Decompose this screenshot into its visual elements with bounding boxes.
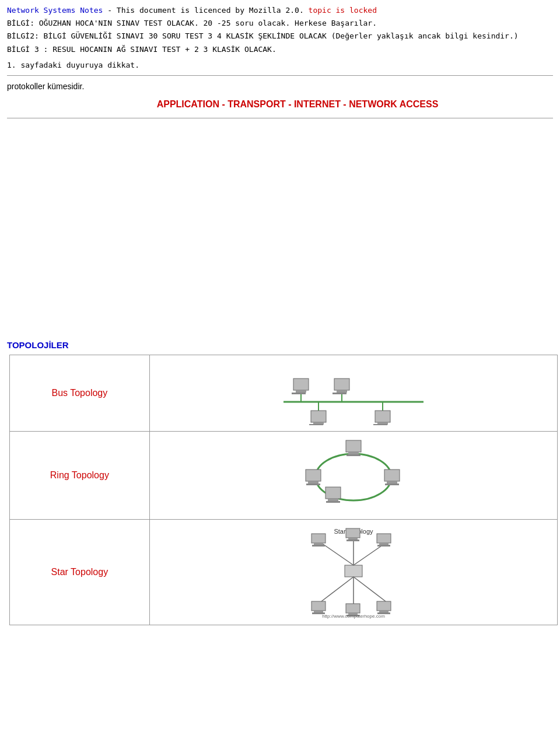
svg-rect-23 xyxy=(385,484,399,485)
svg-rect-16 xyxy=(373,424,387,425)
svg-line-32 xyxy=(321,543,354,565)
table-row: Ring Topology xyxy=(10,431,558,519)
ring-topology-image xyxy=(149,431,557,519)
locked-label: topic is locked xyxy=(309,6,377,15)
svg-rect-41 xyxy=(346,528,360,538)
svg-rect-40 xyxy=(312,545,325,547)
svg-rect-3 xyxy=(296,390,306,393)
application-label: APPLICATION - TRANSPORT - INTERNET - NET… xyxy=(42,99,553,110)
doc-title: Network Systems Notes xyxy=(7,6,103,15)
svg-rect-14 xyxy=(375,411,390,422)
sayfadaki-text: 1. sayfadaki duyuruya dikkat. xyxy=(7,61,553,69)
svg-rect-7 xyxy=(337,390,347,393)
protokoller-label: protokoller kümesidir. xyxy=(7,82,553,91)
svg-rect-31 xyxy=(345,565,362,577)
svg-rect-27 xyxy=(306,470,321,481)
bus-topology-label: Bus Topology xyxy=(10,355,150,431)
svg-rect-8 xyxy=(332,393,346,394)
star-topology-svg: Star Topology xyxy=(289,526,418,619)
svg-rect-47 xyxy=(312,601,326,611)
ring-topology-label: Ring Topology xyxy=(10,431,150,519)
info-line3: BİLGİ 3 : RESUL HOCANIN AĞ SINAVI TEST +… xyxy=(7,44,553,56)
star-topology-label: Star Topology xyxy=(10,519,150,625)
svg-line-37 xyxy=(354,577,386,601)
table-row: Star Topology Star Topology xyxy=(10,519,558,625)
svg-text:http://www.computerhope.com: http://www.computerhope.com xyxy=(322,614,385,619)
svg-rect-10 xyxy=(311,411,326,422)
ring-topology-svg xyxy=(295,437,412,513)
svg-rect-45 xyxy=(379,543,388,545)
svg-rect-25 xyxy=(328,499,338,501)
svg-rect-28 xyxy=(308,481,318,484)
svg-rect-18 xyxy=(346,440,361,452)
svg-rect-6 xyxy=(334,379,349,390)
svg-rect-53 xyxy=(377,601,391,611)
info-line2: BİLGİ2: BİLGİ GÜVENLİĞİ SINAVI 30 SORU T… xyxy=(7,30,553,43)
svg-rect-22 xyxy=(387,481,397,484)
svg-line-35 xyxy=(321,577,354,601)
doc-subtitle: - This document is licenced by Mozilla 2… xyxy=(103,6,308,15)
svg-rect-38 xyxy=(312,534,326,543)
svg-rect-12 xyxy=(309,424,323,425)
blank-area xyxy=(7,124,553,328)
svg-rect-46 xyxy=(377,545,390,547)
svg-rect-21 xyxy=(384,470,400,481)
divider-2 xyxy=(7,118,553,118)
svg-rect-4 xyxy=(292,393,306,394)
svg-rect-26 xyxy=(326,501,340,503)
info-line1: BİLGİ: OĞUZHAN HOCA'NIN SINAV TEST OLACA… xyxy=(7,17,553,30)
svg-rect-54 xyxy=(379,611,388,612)
svg-rect-42 xyxy=(348,538,358,540)
svg-rect-29 xyxy=(306,484,320,485)
svg-rect-24 xyxy=(326,487,341,499)
svg-rect-48 xyxy=(314,611,323,612)
svg-rect-50 xyxy=(346,604,360,613)
svg-rect-43 xyxy=(346,540,359,541)
svg-rect-39 xyxy=(314,543,323,545)
table-row: Bus Topology xyxy=(10,355,558,431)
svg-rect-2 xyxy=(293,379,309,390)
star-topology-image: Star Topology xyxy=(149,519,557,625)
svg-rect-44 xyxy=(377,534,391,543)
divider-1 xyxy=(7,75,553,76)
svg-rect-20 xyxy=(346,454,360,456)
topolojiler-heading: TOPOLOJİLER xyxy=(7,340,553,350)
bus-topology-image xyxy=(149,355,557,431)
bus-topology-svg xyxy=(266,361,441,425)
svg-rect-19 xyxy=(348,452,359,454)
topology-table: Bus Topology xyxy=(9,355,558,625)
